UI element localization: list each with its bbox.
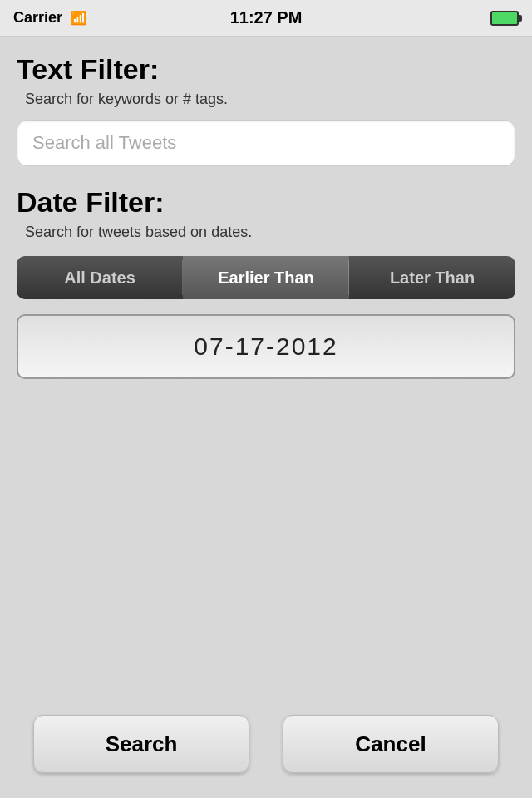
wifi-icon: 📶	[71, 10, 87, 26]
date-segmented-control: All Dates Earlier Than Later Than	[17, 256, 515, 299]
segment-later-than[interactable]: Later Than	[349, 256, 515, 299]
status-left: Carrier 📶	[13, 9, 87, 27]
segment-all-dates[interactable]: All Dates	[17, 256, 183, 299]
battery-icon	[490, 11, 519, 26]
bottom-buttons: Search Cancel	[0, 715, 532, 773]
date-filter-title: Date Filter:	[17, 186, 515, 219]
carrier-label: Carrier	[13, 9, 62, 27]
search-input-wrapper[interactable]	[17, 120, 515, 166]
status-bar: Carrier 📶 11:27 PM	[0, 0, 532, 37]
date-value: 07-17-2012	[194, 332, 337, 360]
text-filter-subtitle: Search for keywords or # tags.	[17, 91, 515, 108]
date-display[interactable]: 07-17-2012	[17, 314, 515, 379]
cancel-button[interactable]: Cancel	[283, 715, 499, 773]
main-content: Text Filter: Search for keywords or # ta…	[0, 37, 532, 379]
status-right	[490, 11, 519, 26]
date-filter-section: Date Filter: Search for tweets based on …	[17, 186, 515, 241]
search-button[interactable]: Search	[33, 715, 249, 773]
date-filter-subtitle: Search for tweets based on dates.	[17, 224, 515, 241]
segment-earlier-than[interactable]: Earlier Than	[183, 256, 349, 299]
text-filter-title: Text Filter:	[17, 53, 515, 86]
status-time: 11:27 PM	[230, 8, 303, 27]
search-input[interactable]	[32, 132, 500, 154]
